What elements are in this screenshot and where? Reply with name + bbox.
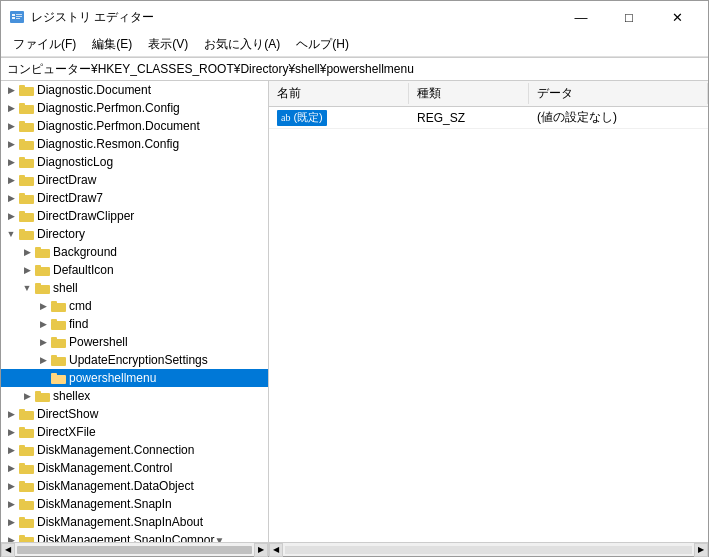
- tree-item-disk-snapin[interactable]: ▶ DiskManagement.SnapIn: [1, 495, 268, 513]
- menu-edit[interactable]: 編集(E): [84, 34, 140, 55]
- tree-item-diag-perf-conf[interactable]: ▶ Diagnostic.Perfmon.Config: [1, 99, 268, 117]
- tree-item-diag-perf-doc[interactable]: ▶ Diagnostic.Perfmon.Document: [1, 117, 268, 135]
- expand-directdraw[interactable]: ▶: [3, 172, 19, 188]
- menu-file[interactable]: ファイル(F): [5, 34, 84, 55]
- svg-rect-39: [51, 373, 57, 376]
- tree-item-disk-data[interactable]: ▶ DiskManagement.DataObject: [1, 477, 268, 495]
- expand-disk-ctrl[interactable]: ▶: [3, 460, 19, 476]
- label-diag-res: Diagnostic.Resmon.Config: [37, 137, 179, 151]
- tree-item-directdraw[interactable]: ▶ DirectDraw: [1, 171, 268, 189]
- svg-rect-15: [19, 157, 25, 160]
- registry-editor-window: レジストリ エディター — □ ✕ ファイル(F) 編集(E) 表示(V) お気…: [0, 0, 709, 557]
- expand-disk-data[interactable]: ▶: [3, 478, 19, 494]
- tree-item-powershellmenu[interactable]: powershellmenu: [1, 369, 268, 387]
- registry-icon: [9, 9, 25, 25]
- svg-rect-16: [19, 177, 34, 186]
- main-content: ▶ Diagnostic.Document ▶ Diagnostic.Perfm…: [1, 81, 708, 542]
- label-cmd: cmd: [69, 299, 92, 313]
- expand-directory[interactable]: ▼: [3, 226, 19, 242]
- tree-item-update-enc[interactable]: ▶ UpdateEncryptionSettings: [1, 351, 268, 369]
- close-button[interactable]: ✕: [654, 5, 700, 29]
- expand-background[interactable]: ▶: [19, 244, 35, 260]
- tree-item-shell[interactable]: ▼ shell: [1, 279, 268, 297]
- folder-icon: [19, 119, 35, 133]
- tree-item-directdraw7[interactable]: ▶ DirectDraw7: [1, 189, 268, 207]
- detail-hscroll[interactable]: ◀ ▶: [269, 543, 708, 556]
- svg-rect-34: [51, 339, 66, 348]
- menu-favorites[interactable]: お気に入り(A): [196, 34, 288, 55]
- tree-item-cmd[interactable]: ▶ cmd: [1, 297, 268, 315]
- expand-shellex[interactable]: ▶: [19, 388, 35, 404]
- expand-directdrawclipper[interactable]: ▶: [3, 208, 19, 224]
- expand-find[interactable]: ▶: [35, 316, 51, 332]
- tree-item-directxfile[interactable]: ▶ DirectXFile: [1, 423, 268, 441]
- expand-defaulticon[interactable]: ▶: [19, 262, 35, 278]
- folder-icon-background: [35, 245, 51, 259]
- tree-item-directory[interactable]: ▼ Directory: [1, 225, 268, 243]
- tree-item-diag-res[interactable]: ▶ Diagnostic.Resmon.Config: [1, 135, 268, 153]
- tree-item-disk-ctrl[interactable]: ▶ DiskManagement.Control: [1, 459, 268, 477]
- col-header-type[interactable]: 種類: [409, 83, 529, 104]
- detail-scroll-left[interactable]: ◀: [269, 543, 283, 557]
- tree-item-diaglog[interactable]: ▶ DiagnosticLog: [1, 153, 268, 171]
- minimize-button[interactable]: —: [558, 5, 604, 29]
- expand-powershell[interactable]: ▶: [35, 334, 51, 350]
- tree-item-shellex[interactable]: ▶ shellex: [1, 387, 268, 405]
- label-disk-snapin-comp: DiskManagement.SnapInCompor: [37, 533, 214, 542]
- tree-item-background[interactable]: ▶ Background: [1, 243, 268, 261]
- expand-disk-snapin-comp[interactable]: ▶: [3, 532, 19, 542]
- expand-update-enc[interactable]: ▶: [35, 352, 51, 368]
- col-header-data[interactable]: データ: [529, 83, 708, 104]
- svg-rect-37: [51, 355, 57, 358]
- label-powershellmenu: powershellmenu: [69, 371, 156, 385]
- tree-item-disk-snapin-comp[interactable]: ▶ DiskManagement.SnapInCompor ▼: [1, 531, 268, 542]
- expand-shell[interactable]: ▼: [19, 280, 35, 296]
- svg-rect-49: [19, 463, 25, 466]
- title-bar-left: レジストリ エディター: [9, 9, 154, 26]
- label-update-enc: UpdateEncryptionSettings: [69, 353, 208, 367]
- scroll-right-btn[interactable]: ▶: [254, 543, 268, 557]
- folder-icon-disk-snapin: [19, 497, 35, 511]
- col-header-name[interactable]: 名前: [269, 83, 409, 104]
- tree-item-disk-conn[interactable]: ▶ DiskManagement.Connection: [1, 441, 268, 459]
- tree-item-defaulticon[interactable]: ▶ DefaultIcon: [1, 261, 268, 279]
- tree-hscroll[interactable]: ◀ ▶: [1, 543, 269, 556]
- svg-rect-18: [19, 195, 34, 204]
- expand-directxfile[interactable]: ▶: [3, 424, 19, 440]
- tree-pane[interactable]: ▶ Diagnostic.Document ▶ Diagnostic.Perfm…: [1, 81, 269, 542]
- tree-item-directdrawclipper[interactable]: ▶ DirectDrawClipper: [1, 207, 268, 225]
- expand-diag-perf-doc[interactable]: ▶: [3, 118, 19, 134]
- expand-disk-conn[interactable]: ▶: [3, 442, 19, 458]
- label-disk-snapin-about: DiskManagement.SnapInAbout: [37, 515, 203, 529]
- menu-view[interactable]: 表示(V): [140, 34, 196, 55]
- expand-disk-snapin[interactable]: ▶: [3, 496, 19, 512]
- expand-diag-doc[interactable]: ▶: [3, 82, 19, 98]
- svg-rect-21: [19, 211, 25, 214]
- tree-item-directshow[interactable]: ▶ DirectShow: [1, 405, 268, 423]
- expand-disk-snapin-about[interactable]: ▶: [3, 514, 19, 530]
- svg-rect-51: [19, 481, 25, 484]
- svg-rect-17: [19, 175, 25, 178]
- detail-scroll-right[interactable]: ▶: [694, 543, 708, 557]
- svg-rect-36: [51, 357, 66, 366]
- menu-help[interactable]: ヘルプ(H): [288, 34, 357, 55]
- svg-rect-42: [19, 411, 34, 420]
- expand-directdraw7[interactable]: ▶: [3, 190, 19, 206]
- expand-diag-perf-conf[interactable]: ▶: [3, 100, 19, 116]
- maximize-button[interactable]: □: [606, 5, 652, 29]
- expand-cmd[interactable]: ▶: [35, 298, 51, 314]
- tree-item-find[interactable]: ▶ find: [1, 315, 268, 333]
- tree-item-powershell[interactable]: ▶ Powershell: [1, 333, 268, 351]
- expand-diag-res[interactable]: ▶: [3, 136, 19, 152]
- detail-row-default[interactable]: ab (既定) REG_SZ (値の設定なし): [269, 107, 708, 129]
- folder-icon-update-enc: [51, 353, 67, 367]
- expand-directshow[interactable]: ▶: [3, 406, 19, 422]
- cell-data-default: (値の設定なし): [529, 107, 708, 128]
- scroll-left-btn[interactable]: ◀: [1, 543, 15, 557]
- svg-rect-30: [51, 303, 66, 312]
- tree-item-disk-snapin-about[interactable]: ▶ DiskManagement.SnapInAbout: [1, 513, 268, 531]
- folder-icon-defaulticon: [35, 263, 51, 277]
- expand-diaglog[interactable]: ▶: [3, 154, 19, 170]
- svg-rect-52: [19, 501, 34, 510]
- tree-item-diag-doc[interactable]: ▶ Diagnostic.Document: [1, 81, 268, 99]
